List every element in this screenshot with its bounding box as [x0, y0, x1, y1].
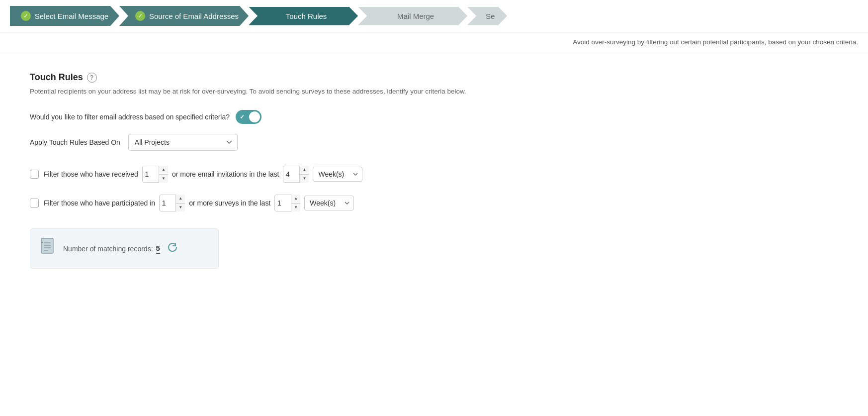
records-text: Number of matching records: 5	[63, 244, 160, 254]
wizard-step-mail-merge[interactable]: Mail Merge	[358, 7, 467, 25]
filter2-row: Filter those who have participated in ▲ …	[30, 195, 838, 211]
filter2-checkbox[interactable]	[30, 199, 39, 208]
step-check-icon: ✓	[135, 11, 145, 21]
filter1-row: Filter those who have received ▲ ▼ or mo…	[30, 166, 838, 183]
filter1-spinner1-up[interactable]: ▲	[159, 166, 168, 175]
subtitle-text: Avoid over-surveying by filtering out ce…	[573, 38, 858, 46]
filter1-label-middle: or more email invitations in the last	[172, 170, 279, 178]
filter2-text: Filter those who have participated in ▲ …	[44, 195, 354, 211]
filter-toggle-row: Would you like to filter email address b…	[30, 110, 838, 124]
step-label: Touch Rules	[286, 12, 327, 20]
toggle-check-mark: ✓	[240, 113, 245, 120]
filter-question-label: Would you like to filter email address b…	[30, 113, 230, 121]
wizard-step-se[interactable]: Se	[467, 7, 507, 25]
filter1-spinner2-down[interactable]: ▼	[300, 175, 309, 183]
step-label: Select Email Message	[35, 12, 108, 20]
help-icon[interactable]: ?	[87, 73, 97, 83]
filter2-spinner1: ▲ ▼	[159, 195, 185, 211]
filter2-spinner1-down[interactable]: ▼	[176, 204, 185, 212]
filter1-spinner2: ▲ ▼	[283, 166, 309, 183]
records-label: Number of matching records:	[63, 245, 153, 253]
section-title-row: Touch Rules ?	[30, 72, 838, 83]
filter2-spinner2-btns: ▲ ▼	[291, 195, 300, 211]
filter1-label-before: Filter those who have received	[44, 170, 138, 178]
step-label: Mail Merge	[397, 12, 434, 20]
refresh-icon[interactable]	[167, 242, 178, 255]
subtitle-bar: Avoid over-surveying by filtering out ce…	[0, 32, 868, 52]
filter2-spinner2-up[interactable]: ▲	[291, 195, 300, 204]
filter1-period-select[interactable]: Day(s) Week(s) Month(s)	[313, 167, 362, 182]
records-box: Number of matching records: 5	[30, 228, 219, 269]
filter1-spinner2-up[interactable]: ▲	[300, 166, 309, 175]
filter2-label-middle: or more surveys in the last	[189, 199, 270, 207]
section-description: Potential recipients on your address lis…	[30, 88, 477, 95]
toggle-slider: ✓	[236, 110, 261, 124]
filter2-spinner1-up[interactable]: ▲	[176, 195, 185, 204]
filter2-label-before: Filter those who have participated in	[44, 199, 155, 207]
records-count: 5	[156, 244, 160, 254]
section-title-text: Touch Rules	[30, 72, 83, 83]
svg-rect-5	[41, 242, 43, 243]
filter-toggle[interactable]: ✓	[236, 110, 261, 124]
filter2-spinner2-down[interactable]: ▼	[291, 204, 300, 212]
wizard-step-touch-rules[interactable]: Touch Rules	[249, 7, 358, 25]
filter1-text: Filter those who have received ▲ ▼ or mo…	[44, 166, 362, 183]
filter1-spinner1-btns: ▲ ▼	[159, 166, 168, 183]
filter1-spinner1-down[interactable]: ▼	[159, 175, 168, 183]
step-check-icon: ✓	[21, 11, 31, 21]
apply-label: Apply Touch Rules Based On	[30, 138, 120, 146]
svg-rect-0	[41, 238, 53, 253]
filter1-spinner2-btns: ▲ ▼	[299, 166, 309, 183]
apply-dropdown[interactable]: All Projects This Project Only	[128, 134, 238, 151]
main-content: Touch Rules ? Potential recipients on yo…	[0, 52, 868, 289]
wizard-bar: ✓ Select Email Message ✓ Source of Email…	[0, 0, 868, 32]
filter2-period-select[interactable]: Day(s) Week(s) Month(s)	[304, 196, 354, 210]
filter2-spinner1-btns: ▲ ▼	[175, 195, 185, 211]
step-label: Se	[486, 12, 495, 20]
apply-rules-row: Apply Touch Rules Based On All Projects …	[30, 134, 838, 151]
filter1-spinner1: ▲ ▼	[142, 166, 168, 183]
step-label: Source of Email Addresses	[149, 12, 239, 20]
wizard-step-source-email[interactable]: ✓ Source of Email Addresses	[119, 6, 249, 26]
filter1-checkbox[interactable]	[30, 170, 39, 179]
wizard-step-select-email[interactable]: ✓ Select Email Message	[10, 6, 119, 26]
records-icon	[40, 238, 56, 259]
filter2-spinner2: ▲ ▼	[274, 195, 300, 211]
